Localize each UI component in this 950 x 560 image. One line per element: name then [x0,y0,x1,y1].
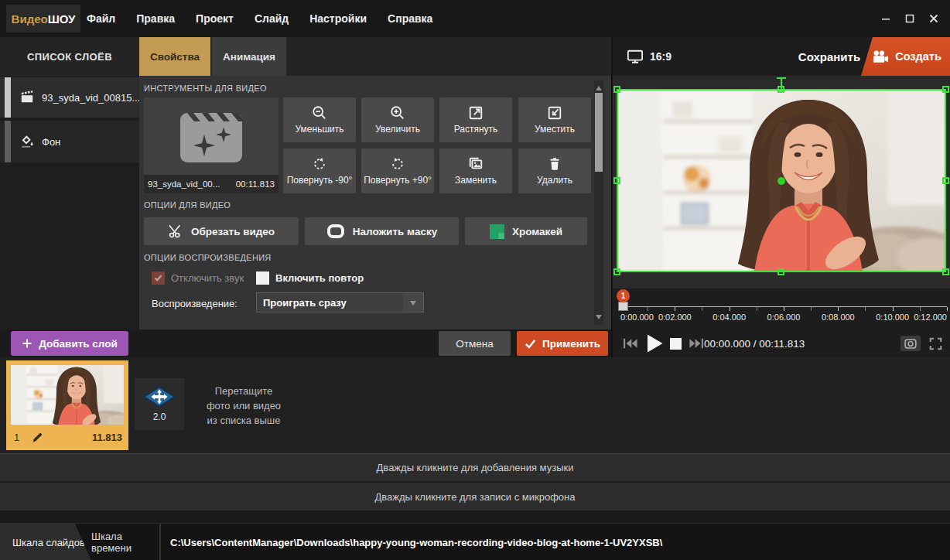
layer-item-video[interactable]: 93_syda_vid_00815... [0,77,139,118]
menu-settings[interactable]: Настройки [309,12,367,25]
trim-video-button[interactable]: Обрезать видео [144,217,299,245]
button-label: Повернуть +90° [364,175,432,186]
menu-slide[interactable]: Слайд [255,12,289,25]
snapshot-icon [904,339,917,349]
media-info-strip: 93_syda_vid_00... 00:11.813 [144,175,279,193]
mute-checkbox[interactable] [152,271,165,285]
zoom-in-icon [390,105,405,121]
app-logo[interactable]: ВидеоШОУ [6,5,80,32]
delete-button[interactable]: Удалить [518,149,591,193]
playback-bar: 00:00.000 / 00:11.813 [613,330,950,357]
layer-item-background[interactable]: Фон [0,121,139,162]
slide-number: 1 [14,432,19,443]
media-name: 93_syda_vid_00... [148,179,220,189]
chevron-down-icon [410,301,416,309]
stop-button[interactable] [670,338,682,350]
selected-option: Проиграть сразу [257,297,403,309]
edit-pencil-icon[interactable] [32,432,43,443]
zoom-out-button[interactable]: Уменьшить [283,97,356,142]
fullscreen-button[interactable] [927,336,944,351]
button-label: Заменить [455,175,497,186]
drag-hint-line: фото или видео [183,398,305,413]
trash-icon [548,156,562,172]
menu-file[interactable]: Файл [87,12,115,25]
tick-label: 0:04.000 [712,312,746,322]
video-frame[interactable] [617,89,946,272]
mute-checkbox-row: Отключить звук [152,271,244,285]
fit-button[interactable]: Уместить [518,97,591,142]
time-display: 00:00.000 / 00:11.813 [704,330,805,357]
major-tick [893,307,894,311]
menu-help[interactable]: Справка [388,12,432,25]
transition-tile[interactable]: 2.0 [135,378,184,430]
snapshot-button[interactable] [900,336,921,351]
rotate-handle-stem [781,79,782,90]
tick-label: 0:02.000 [658,312,692,322]
window-controls [877,0,942,37]
loop-checkbox-label: Включить повтор [275,272,364,284]
button-label: Повернуть -90° [287,175,353,186]
preview-area[interactable] [613,76,950,289]
play-button[interactable] [645,333,664,353]
replace-button[interactable]: Заменить [439,149,512,193]
media-card[interactable]: 93_syda_vid_00... 00:11.813 [144,97,279,193]
zoom-in-button[interactable]: Увеличить [361,97,434,142]
loop-checkbox[interactable] [256,271,269,285]
slide-card-selected[interactable]: 1 11.813 [6,360,128,450]
scroll-up-arrow-icon[interactable] [596,83,602,90]
timeline-track[interactable] [620,306,947,311]
logo-part-1: Видео [12,12,48,26]
create-button[interactable]: Создать [861,37,950,76]
slide-meta: 1 11.813 [6,425,128,450]
title-bar: ВидеоШОУ Файл Правка Проект Слайд Настро… [0,0,950,37]
skip-start-button[interactable] [622,336,639,350]
maximize-button[interactable] [901,10,918,27]
transport-controls [622,330,705,357]
media-duration: 00:11.813 [236,179,275,189]
stretch-button[interactable]: Растянуть [439,97,512,142]
zoom-out-icon [312,105,327,121]
slide-marker-pin[interactable]: 1 [617,289,630,302]
clapperboard-sparkles-icon [144,97,279,175]
add-layer-button[interactable]: Добавить слой [11,331,128,356]
apply-mask-button[interactable]: Наложить маску [305,217,459,245]
scroll-down-arrow-icon[interactable] [596,315,602,323]
save-button[interactable]: Сохранить [798,37,860,76]
menu-edit[interactable]: Правка [136,12,175,25]
slides-scale-tab[interactable]: Шкала слайдов [0,524,104,560]
time-scale-tab[interactable]: Шкала времени [91,524,158,560]
slide-thumbnail [11,365,124,425]
tab-properties[interactable]: Свойства [139,37,210,76]
aspect-ratio-control[interactable]: 16:9 [627,37,671,76]
stretch-icon [468,105,484,121]
button-label: Растянуть [454,124,498,135]
actions-row: Добавить слой Отмена Применить [0,330,611,357]
mic-hint-text: Дважды кликните для записи с микрофона [375,491,576,503]
cancel-button[interactable]: Отмена [439,331,511,356]
plus-icon [22,338,32,349]
playback-mode-select[interactable]: Проиграть сразу [256,292,424,312]
music-track-row[interactable]: Дважды кликните для добавления музыки [0,453,950,482]
transition-pyramid-icon [142,386,176,408]
chromakey-button[interactable]: Хромакей [465,217,587,245]
scrollbar-thumb[interactable] [595,93,603,172]
microphone-track-row[interactable]: Дважды кликните для записи с микрофона [0,483,950,511]
rotate-cw-button[interactable]: Повернуть +90° [361,149,434,193]
properties-scrollbar[interactable] [594,80,603,325]
minimize-button[interactable] [877,10,894,27]
button-label: Обрезать видео [191,226,275,237]
replace-image-icon [468,156,484,172]
apply-button[interactable]: Применить [517,331,608,356]
rotate-ccw-button[interactable]: Повернуть -90° [283,149,356,193]
project-file-path: C:\Users\ContentManager\Downloads\happy-… [170,524,662,560]
tick-label: 0:06.000 [767,312,801,322]
tab-animation[interactable]: Анимация [212,37,286,76]
skip-end-button[interactable] [688,336,705,350]
preview-timeline: 1 0:00.000 0:02.000 0:04.000 0:06.000 0:… [613,289,950,330]
menu-project[interactable]: Проект [196,12,234,25]
close-button[interactable] [925,10,942,27]
chromakey-green-icon [490,224,504,239]
rotate-handle-icon[interactable] [777,77,786,79]
film-icon [20,90,34,104]
layers-list-title: СПИСОК СЛОЁВ [0,37,139,76]
